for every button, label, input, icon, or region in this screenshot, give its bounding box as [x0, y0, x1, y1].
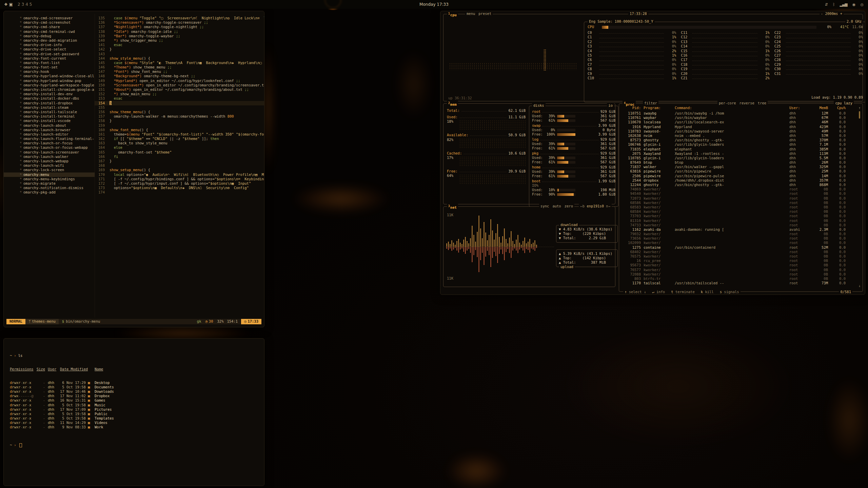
process-row[interactable]: 102638nvimnvim --embed .dhh57M0.0 — [619, 134, 856, 138]
process-row[interactable]: 2075XwaylandXwayland :1 -rootless -dhh11… — [619, 151, 856, 156]
code-line[interactable]: 141 esac — [95, 43, 264, 47]
process-row[interactable]: 110785glycin-i/usr/lib/glycin-loadersdhh… — [619, 156, 856, 160]
net-tab-zero[interactable]: zero — [565, 204, 573, 208]
workspace-icon[interactable]: ❖ — [4, 2, 9, 7]
proc-footer-action[interactable]: ↵ info — [652, 290, 665, 294]
process-row[interactable]: 110751swaybg/usr/bin/swaybg -i /homdhh12… — [619, 111, 856, 116]
process-row[interactable]: 72073kworker/root0B0.0 — [619, 196, 856, 201]
buffer-item[interactable]: *omarchy-hyprland-window-pop — [4, 79, 95, 83]
process-row[interactable]: 110670localsea/usr/lib/localsearch-exdhh… — [619, 120, 856, 124]
buffer-item[interactable]: *omarchy-drive-set-password — [4, 52, 95, 56]
code-line[interactable]: 143 — [95, 52, 264, 56]
col-user[interactable]: User: — [789, 106, 806, 110]
process-row[interactable]: 72088kworker/root0B0.0 — [619, 272, 856, 277]
buffer-item[interactable]: *omarchy-install-vscode — [4, 119, 95, 123]
code-line[interactable]: 160show_font_menu() { — [95, 128, 264, 132]
process-row[interactable]: 76575kworker/root0B0.0 — [619, 254, 856, 259]
buffer-item[interactable]: *omarchy-notification-dismiss — [4, 186, 95, 190]
buffer-item[interactable]: *omarchy-install-dev-env — [4, 92, 95, 96]
buffer-item[interactable]: *omarchy-drive-info — [4, 43, 95, 47]
buffer-item[interactable]: *omarchy-install-tailscale — [4, 110, 95, 114]
code-line[interactable]: 136 *Screensaver*) omarchy-toggle-screen… — [95, 20, 264, 25]
code-line[interactable]: 145 case $(menu "Style" "◐ Theme\nA Font… — [95, 61, 264, 65]
code-line[interactable]: 156show_theme_menu() { — [95, 110, 264, 114]
buffer-item[interactable]: *omarchy-cmd-screensaver — [4, 16, 95, 20]
process-row[interactable]: 95673kworker/root0B0.0 — [619, 263, 856, 267]
col-mem[interactable]: MemB — [809, 106, 828, 110]
code-line[interactable]: 171 [ -f ~/.config/hypr/bindings.conf ] … — [95, 177, 264, 181]
process-row[interactable]: 1916HyprlandHyprlanddhh423M0.0 — [619, 125, 856, 129]
proc-option-reverse[interactable]: reverse — [739, 101, 754, 105]
buffer-item[interactable]: *omarchy-cmd-terminal-cwd — [4, 29, 95, 34]
network-meter-icon[interactable]: ▂▄▆ — [840, 2, 847, 7]
process-row[interactable]: 110783swayosd-/usr/bin/swayosd-serverdhh… — [619, 129, 856, 134]
buffer-item[interactable]: *omarchy-launch-webapp — [4, 159, 95, 163]
buffer-item[interactable]: *omarchy-migrate — [4, 181, 95, 186]
buffer-item[interactable]: *omarchy-launch-or-focus-webapp — [4, 145, 95, 150]
code-line[interactable]: 153 esac — [95, 96, 264, 101]
proc-scrollbar[interactable]: ↑ ↓ — [858, 106, 861, 288]
buffer-item[interactable]: *omarchy-dev-add-migration — [4, 38, 95, 43]
code-line[interactable]: 157 omarchy-launch-walker -m menus:omarc… — [95, 114, 264, 119]
code-line[interactable]: 159 — [95, 123, 264, 128]
col-command[interactable]: Command: — [675, 106, 787, 110]
process-row[interactable]: 68586kworker/root0B0.0 — [619, 201, 856, 205]
code-line[interactable]: 146 *Theme*) show_theme_menu ;; — [95, 65, 264, 69]
buffer-item[interactable]: *omarchy-menu-keybindings — [4, 177, 95, 181]
process-row[interactable]: 81310kworker/root0B0.0 — [619, 219, 856, 223]
process-row[interactable]: 71835elephantelephantdhh385M0.0 — [619, 147, 856, 151]
buffer-item[interactable]: *omarchy-font-set — [4, 65, 95, 69]
proc-option-per-core[interactable]: per-core — [719, 101, 736, 105]
bluetooth-icon[interactable]: ᛒ — [833, 2, 835, 7]
code-line[interactable]: 138 *Idle*) omarchy-toggle-idle ;; — [95, 29, 264, 34]
buffer-item[interactable]: *omarchy-launch-about — [4, 123, 95, 128]
buffer-list[interactable]: *omarchy-cmd-screensaver*omarchy-cmd-scr… — [4, 14, 95, 318]
net-tab-auto[interactable]: auto — [552, 204, 561, 208]
code-line[interactable]: 165 omarchy-font-set "$theme" — [95, 150, 264, 155]
col-cpu[interactable]: Cpu% — [831, 106, 846, 110]
buffer-item[interactable]: *omarchy-font-current — [4, 56, 95, 61]
code-line[interactable]: 142} — [95, 47, 264, 52]
code-line[interactable]: 166 fi — [95, 155, 264, 159]
buffer-item[interactable]: *omarchy-launch-or-focus — [4, 141, 95, 145]
process-row[interactable]: 803btrfs-trroot0B0.0 — [619, 277, 856, 281]
swap-arrows-icon[interactable]: ⇵ — [825, 2, 828, 7]
net-interface[interactable]: ←b enp191s0 n→ — [579, 204, 612, 208]
code-line[interactable]: 151 *About*) open_in_editor ~/.config/om… — [95, 87, 264, 92]
buffer-item[interactable]: *omarchy-install-chromium-google-a — [4, 87, 95, 92]
buffer-item[interactable]: *omarchy-font-list — [4, 61, 95, 65]
workspace-5[interactable]: 5 — [29, 2, 33, 7]
scroll-down-icon[interactable]: ↓ — [858, 284, 861, 288]
code-line[interactable]: 158} — [95, 119, 264, 123]
workspace-2[interactable]: 2 — [17, 2, 21, 7]
buffer-item[interactable]: *omarchy-drive-select — [4, 47, 95, 52]
col-pid[interactable]: Pid: — [623, 106, 641, 110]
code-line[interactable]: 164 else — [95, 145, 264, 150]
buffer-item[interactable]: *omarchy-cmd-share — [4, 25, 95, 29]
buffer-item[interactable]: *omarchy-menu — [4, 172, 95, 177]
buffer-item[interactable]: *omarchy-install-terminal — [4, 114, 95, 119]
process-row[interactable]: 2544dropbox/home/dhh/.dropbox-distdhh357… — [619, 178, 856, 183]
buffer-item[interactable]: *omarchy-launch-walker — [4, 155, 95, 159]
workspace-icon[interactable]: ▣ — [9, 2, 13, 7]
disks-tab[interactable]: disks — [532, 103, 546, 108]
code-line[interactable]: 172 [ -f ~/.config/hypr/input.conf ] && … — [95, 181, 264, 186]
process-row[interactable]: 68584kworker/root0B0.0 — [619, 209, 856, 214]
mem-box-title[interactable]: 2mem — [447, 101, 458, 107]
prompt-line[interactable]: ~ › — [10, 443, 264, 447]
code-line[interactable]: 149 *Hyprland*) open_in_editor ~/.config… — [95, 79, 264, 83]
buffer-item[interactable]: *omarchy-launch-screensaver — [4, 150, 95, 155]
proc-option-tree[interactable]: tree — [758, 101, 766, 105]
proc-tab-filter[interactable]: filter — [644, 101, 657, 105]
buffer-item[interactable]: *omarchy-pkg-add — [4, 190, 95, 195]
cpu-box-title[interactable]: 1cpu — [447, 12, 458, 17]
code-line[interactable]: 155 — [95, 105, 264, 110]
process-row[interactable]: 68402kworker/root0B0.0 — [619, 250, 856, 254]
buffer-item[interactable]: *omarchy-launch-browser — [4, 128, 95, 132]
volume-icon[interactable]: ◉ — [852, 2, 855, 7]
scroll-thumb[interactable] — [859, 111, 860, 119]
process-row[interactable]: 74869kworker/root0B0.0 — [619, 187, 856, 191]
buffer-item[interactable]: *omarchy-hyprland-workspace-toggle — [4, 83, 95, 87]
code-line[interactable]: 163 back_to show_style_menu — [95, 141, 264, 145]
buffer-item[interactable]: *omarchy-launch-wifi — [4, 163, 95, 168]
